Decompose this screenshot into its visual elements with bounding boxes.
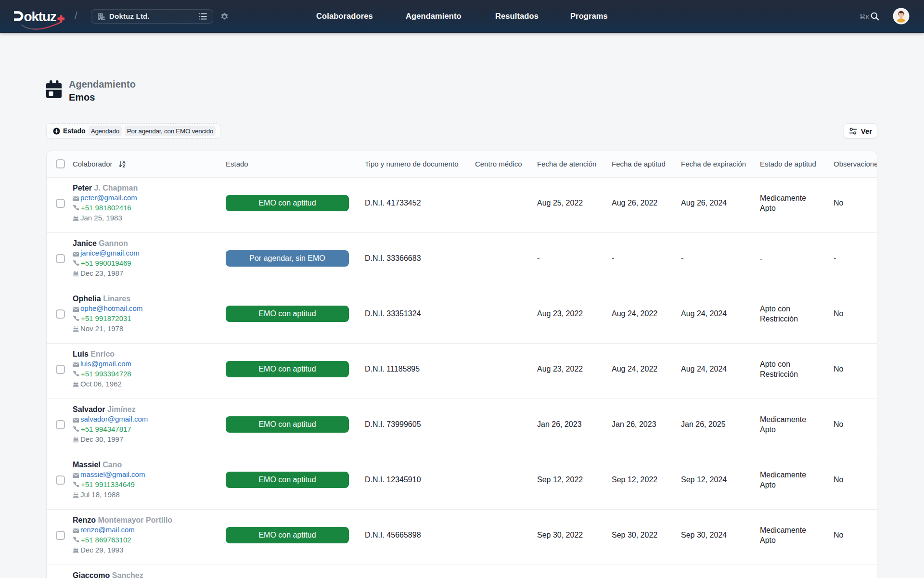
svg-text:oktuz: oktuz xyxy=(24,9,56,24)
